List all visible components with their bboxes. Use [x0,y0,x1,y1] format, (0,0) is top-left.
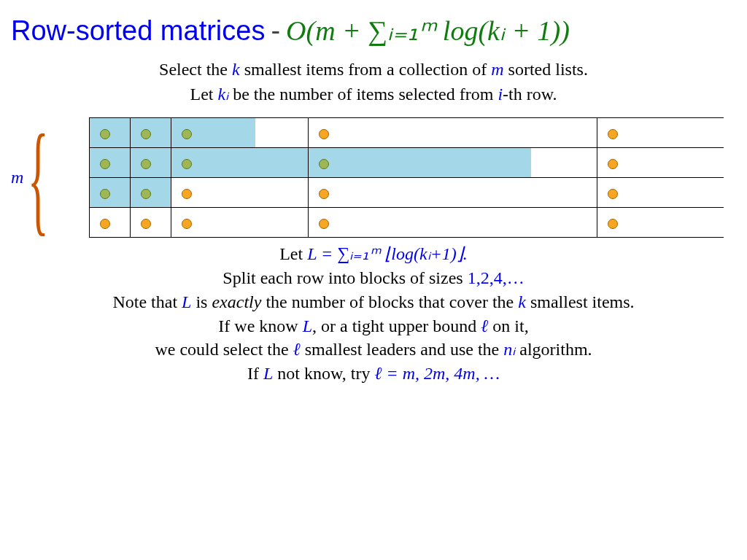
title-complexity: O(m + ∑ᵢ₌₁ᵐ log(kᵢ + 1)) [286,15,570,47]
dot-icon [100,189,110,199]
dot-icon [182,189,192,199]
dot-icon [141,159,151,169]
dot-icon [182,159,192,169]
dot-icon [141,219,151,229]
title-main: Row-sorted matrices [11,15,265,47]
intro-line-2: Let kᵢ be the number of items selected f… [11,84,736,104]
dot-icon [319,219,329,229]
dot-icon [100,129,110,139]
dot-icon [319,189,329,199]
slide-title: Row-sorted matrices - O(m + ∑ᵢ₌₁ᵐ log(kᵢ… [11,15,736,47]
m-label: m [11,168,23,187]
intro-line-1: Select the k smallest items from a colle… [11,60,736,79]
if-line-3: If L not know, try ℓ = m, 2m, 4m, … [11,364,736,384]
dot-icon [608,219,618,229]
dot-icon [319,129,329,139]
dot-icon [608,129,618,139]
dot-icon [182,129,192,139]
dot-icon [182,219,192,229]
dot-icon [100,159,110,169]
if-line-1: If we know L, or a tight upper bound ℓ o… [11,316,736,336]
dot-icon [608,159,618,169]
let-L-line: Let L = ∑ᵢ₌₁ᵐ ⌊log(kᵢ+1)⌋. [11,244,736,264]
dot-icon [141,189,151,199]
split-line: Split each row into blocks of sizes 1,2,… [11,268,736,288]
dot-icon [100,219,110,229]
dot-icon [608,189,618,199]
note-line: Note that L is exactly the number of blo… [11,292,736,312]
dot-icon [141,129,151,139]
dot-icon [319,159,329,169]
matrix-table [89,117,724,238]
title-dash: - [271,15,280,47]
matrix-diagram: m { [11,117,736,238]
curly-brace-icon: { [28,123,49,233]
if-line-2: we could select the ℓ smallest leaders a… [11,339,736,359]
